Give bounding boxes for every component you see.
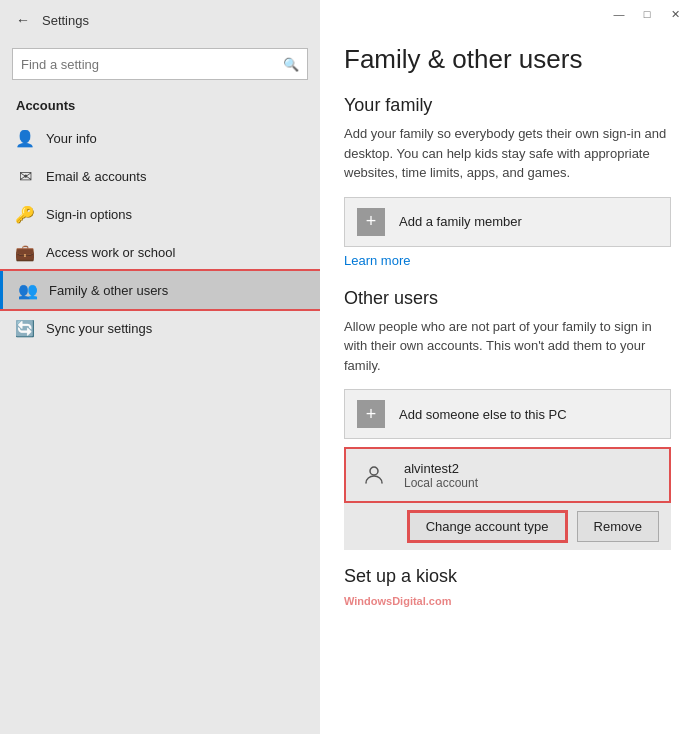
sign-in-options-label: Sign-in options [46, 207, 132, 222]
titlebar-title: Settings [42, 13, 89, 28]
add-family-member-button[interactable]: + Add a family member [344, 197, 671, 247]
sync-settings-label: Sync your settings [46, 321, 152, 336]
close-button[interactable]: ✕ [663, 4, 687, 24]
user-info: alvintest2 Local account [404, 461, 478, 490]
sidebar-item-sign-in-options[interactable]: 🔑Sign-in options [0, 195, 320, 233]
your-family-desc: Add your family so everybody gets their … [344, 124, 671, 183]
search-box[interactable]: 🔍 [12, 48, 308, 80]
page-title: Family & other users [344, 44, 671, 75]
main-panel: — □ ✕ Family & other users Your family A… [320, 0, 695, 734]
user-row[interactable]: alvintest2 Local account [344, 447, 671, 503]
add-family-label: Add a family member [399, 214, 522, 229]
add-other-icon: + [357, 400, 385, 428]
change-account-type-button[interactable]: Change account type [408, 511, 567, 542]
sign-in-options-icon: 🔑 [16, 205, 34, 223]
user-actions: Change account type Remove [344, 503, 671, 550]
other-users-desc: Allow people who are not part of your fa… [344, 317, 671, 376]
your-family-title: Your family [344, 95, 671, 116]
access-work-school-icon: 💼 [16, 243, 34, 261]
add-other-label: Add someone else to this PC [399, 407, 567, 422]
sidebar-item-email-accounts[interactable]: ✉Email & accounts [0, 157, 320, 195]
titlebar: ← Settings [0, 0, 320, 40]
email-accounts-icon: ✉ [16, 167, 34, 185]
back-button[interactable]: ← [16, 12, 30, 28]
access-work-school-label: Access work or school [46, 245, 175, 260]
svg-point-0 [370, 467, 378, 475]
email-accounts-label: Email & accounts [46, 169, 146, 184]
main-content: Family & other users Your family Add you… [320, 28, 695, 734]
window-controls: — □ ✕ [320, 0, 695, 28]
your-info-icon: 👤 [16, 129, 34, 147]
user-type: Local account [404, 476, 478, 490]
your-info-label: Your info [46, 131, 97, 146]
kiosk-title: Set up a kiosk [344, 566, 671, 587]
family-other-users-label: Family & other users [49, 283, 168, 298]
add-other-user-button[interactable]: + Add someone else to this PC [344, 389, 671, 439]
sidebar-item-your-info[interactable]: 👤Your info [0, 119, 320, 157]
other-users-title: Other users [344, 288, 671, 309]
minimize-button[interactable]: — [607, 4, 631, 24]
accounts-section-label: Accounts [0, 88, 320, 119]
learn-more-link[interactable]: Learn more [344, 253, 410, 268]
family-other-users-icon: 👥 [19, 281, 37, 299]
user-avatar-icon [358, 459, 390, 491]
sidebar-item-family-other-users[interactable]: 👥Family & other users [0, 271, 320, 309]
watermark: WindowsDigital.com [344, 595, 671, 607]
user-name: alvintest2 [404, 461, 478, 476]
sync-settings-icon: 🔄 [16, 319, 34, 337]
add-family-icon: + [357, 208, 385, 236]
search-icon: 🔍 [283, 57, 299, 72]
search-input[interactable] [21, 57, 283, 72]
sidebar: ← Settings 🔍 Accounts 👤Your info✉Email &… [0, 0, 320, 734]
remove-user-button[interactable]: Remove [577, 511, 659, 542]
maximize-button[interactable]: □ [635, 4, 659, 24]
sidebar-item-access-work-school[interactable]: 💼Access work or school [0, 233, 320, 271]
nav-items: 👤Your info✉Email & accounts🔑Sign-in opti… [0, 119, 320, 347]
sidebar-item-sync-settings[interactable]: 🔄Sync your settings [0, 309, 320, 347]
